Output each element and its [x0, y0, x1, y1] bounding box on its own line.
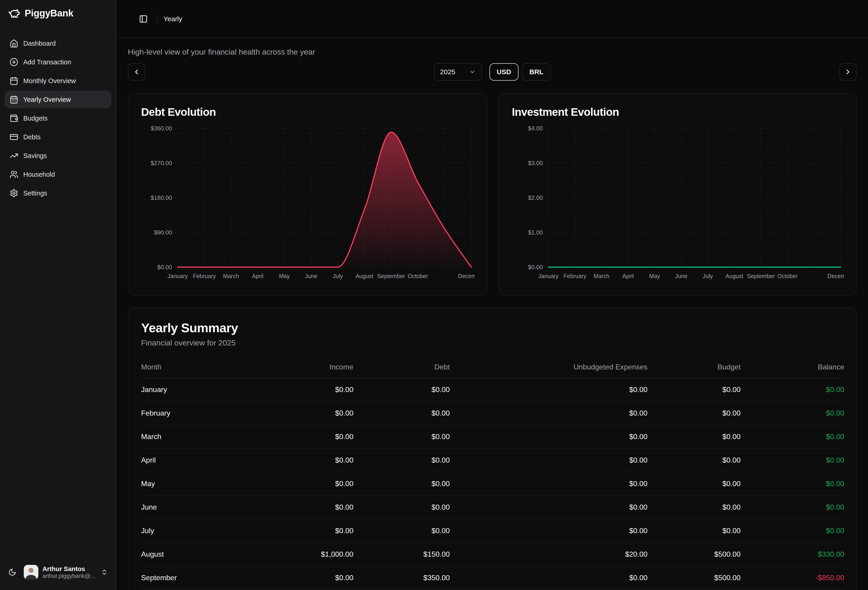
circle-plus-icon	[10, 58, 18, 67]
cell-balance: $0.00	[741, 425, 844, 448]
sidebar-item-monthly-overview[interactable]: Monthly Overview	[4, 72, 111, 90]
cell-month: June	[141, 495, 255, 519]
avatar	[24, 565, 38, 580]
summary-title: Yearly Summary	[141, 320, 843, 335]
theme-toggle-button[interactable]	[6, 565, 19, 579]
x-tick-label: January	[168, 273, 188, 279]
cell-budget: $0.00	[648, 519, 741, 543]
x-tick-label: July	[703, 273, 713, 279]
table-row: September$0.00$350.00$0.00$500.00-$850.0…	[141, 566, 844, 590]
summary-table-body: January$0.00$0.00$0.00$0.00$0.00February…	[141, 378, 844, 590]
charts-row: Debt Evolution $360.00$270.00$180.00$90.…	[128, 93, 856, 296]
trending-up-icon	[10, 151, 18, 160]
sidebar-item-label: Yearly Overview	[23, 96, 71, 104]
sidebar-item-yearly-overview[interactable]: Yearly Overview	[4, 91, 111, 108]
yearly-summary-table: Month Income Debt Unbudgeted Expenses Bu…	[141, 358, 844, 590]
controls-row: 2025 USD BRL	[128, 63, 856, 81]
app-window: PiggyBank Dashboard Add Transaction Mont…	[0, 0, 868, 590]
column-unbudgeted-expenses: Unbudgeted Expenses	[450, 358, 648, 378]
x-tick-label: June	[675, 273, 687, 279]
cell-balance: $0.00	[741, 378, 844, 401]
cell-budget: $0.00	[648, 425, 741, 448]
x-tick-label: September	[377, 273, 405, 279]
x-tick-label: December	[827, 273, 844, 279]
table-row: January$0.00$0.00$0.00$0.00$0.00	[141, 378, 844, 401]
year-select[interactable]: 2025	[434, 63, 482, 81]
user-menu-button[interactable]: Arthur Santos arthur.piggybank@...	[21, 563, 111, 582]
x-tick-label: February	[564, 273, 586, 279]
yearly-summary-card: Yearly Summary Financial overview for 20…	[128, 307, 856, 590]
currency-brl-button[interactable]: BRL	[522, 63, 551, 81]
table-row: February$0.00$0.00$0.00$0.00$0.00	[141, 401, 844, 425]
x-tick-label: August	[726, 273, 743, 279]
table-row: March$0.00$0.00$0.00$0.00$0.00	[141, 425, 844, 448]
y-tick-label: $360.00	[151, 125, 172, 132]
cell-unbudgeted: $0.00	[450, 566, 648, 590]
y-tick-label: $4.00	[528, 125, 543, 132]
chevron-down-icon	[469, 68, 476, 75]
sidebar-item-add-transaction[interactable]: Add Transaction	[4, 53, 111, 71]
x-tick-label: August	[356, 273, 373, 279]
cell-unbudgeted: $20.00	[450, 543, 648, 566]
x-tick-label: January	[538, 273, 559, 279]
sidebar-item-label: Monthly Overview	[23, 77, 76, 85]
panel-left-icon	[139, 15, 148, 23]
user-name: Arthur Santos	[43, 565, 97, 573]
chart-title: Debt Evolution	[141, 106, 474, 118]
page-content: High-level view of your financial health…	[117, 38, 868, 590]
topbar: Yearly	[117, 0, 868, 38]
sidebar-toggle-button[interactable]	[136, 11, 151, 27]
cell-balance: $0.00	[741, 495, 844, 519]
cell-balance: $0.00	[741, 448, 844, 472]
investment-evolution-chart: $4.00$3.00$2.00$1.00$0.00JanuaryFebruary…	[512, 123, 844, 283]
sidebar-item-budgets[interactable]: Budgets	[4, 109, 111, 127]
y-tick-label: $180.00	[151, 194, 172, 201]
calendar-days-icon	[10, 95, 18, 104]
cell-budget: $0.00	[648, 401, 741, 425]
previous-year-button[interactable]	[128, 63, 145, 81]
cell-income: $0.00	[255, 378, 353, 401]
chevrons-up-down-icon	[101, 569, 108, 576]
cell-month: July	[141, 519, 255, 543]
cell-month: February	[141, 401, 255, 425]
sidebar-item-household[interactable]: Household	[4, 166, 111, 183]
sidebar-item-label: Household	[23, 171, 55, 178]
cell-debt: $0.00	[353, 401, 450, 425]
sidebar-item-debts[interactable]: Debts	[4, 128, 111, 146]
cell-month: September	[141, 566, 255, 590]
cell-income: $0.00	[255, 401, 353, 425]
cell-balance: $0.00	[741, 401, 844, 425]
cell-unbudgeted: $0.00	[450, 472, 648, 495]
y-tick-label: $1.00	[528, 229, 543, 236]
currency-usd-button[interactable]: USD	[490, 63, 518, 81]
cell-debt: $0.00	[353, 448, 450, 472]
cell-income: $0.00	[255, 495, 353, 519]
cell-month: May	[141, 472, 255, 495]
sidebar-footer: Arthur Santos arthur.piggybank@...	[0, 557, 116, 590]
sidebar-item-dashboard[interactable]: Dashboard	[4, 35, 111, 52]
cell-income: $0.00	[255, 566, 353, 590]
table-row: August$1,000.00$150.00$20.00$500.00$330.…	[141, 543, 844, 566]
sidebar-item-savings[interactable]: Savings	[4, 147, 111, 164]
next-year-button[interactable]	[839, 63, 856, 81]
cell-debt: $0.00	[353, 378, 450, 401]
cell-unbudgeted: $0.00	[450, 425, 648, 448]
table-row: May$0.00$0.00$0.00$0.00$0.00	[141, 472, 844, 495]
sidebar-item-label: Budgets	[23, 115, 47, 122]
cell-debt: $350.00	[353, 566, 450, 590]
cell-balance: $0.00	[741, 519, 844, 543]
cell-debt: $150.00	[353, 543, 450, 566]
x-tick-label: June	[305, 273, 317, 279]
cell-month: August	[141, 543, 255, 566]
x-tick-label: July	[333, 273, 343, 279]
cell-budget: $500.00	[648, 566, 741, 590]
chevron-right-icon	[844, 68, 852, 76]
chart-title: Investment Evolution	[512, 106, 843, 118]
cell-unbudgeted: $0.00	[450, 378, 648, 401]
sidebar-nav: Dashboard Add Transaction Monthly Overvi…	[0, 29, 116, 207]
x-tick-label: February	[193, 273, 216, 279]
column-income: Income	[255, 358, 353, 378]
sidebar-item-settings[interactable]: Settings	[4, 185, 111, 202]
cell-debt: $0.00	[353, 472, 450, 495]
wallet-icon	[10, 114, 18, 123]
